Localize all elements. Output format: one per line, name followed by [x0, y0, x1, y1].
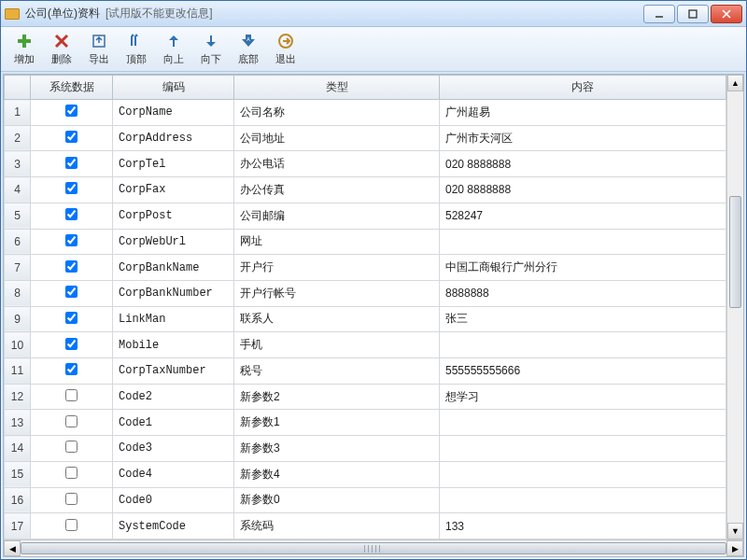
horizontal-scrollbar[interactable]: ◀ ▶ — [4, 539, 743, 556]
cell-type[interactable]: 新参数0 — [234, 487, 440, 513]
cell-type[interactable]: 新参数1 — [234, 410, 440, 436]
cell-code[interactable]: CorpFax — [113, 177, 234, 203]
table-row[interactable]: 4CorpFax办公传真020 8888888 — [5, 177, 726, 203]
system-checkbox[interactable] — [65, 519, 78, 531]
cell-content[interactable]: 想学习 — [440, 384, 726, 410]
col-header-system[interactable]: 系统数据 — [31, 76, 113, 100]
cell-content[interactable]: 020 8888888 — [440, 151, 726, 177]
horizontal-scroll-thumb[interactable] — [21, 542, 726, 554]
system-checkbox[interactable] — [65, 493, 78, 505]
cell-code[interactable]: Mobile — [113, 332, 234, 358]
system-checkbox[interactable] — [65, 363, 78, 375]
tool-export-button[interactable]: 导出 — [81, 30, 117, 68]
cell-type[interactable]: 新参数4 — [234, 461, 440, 487]
cell-type[interactable]: 公司名称 — [234, 100, 440, 126]
system-checkbox[interactable] — [65, 157, 78, 169]
tool-top-button[interactable]: 顶部 — [119, 30, 154, 68]
system-checkbox[interactable] — [65, 234, 78, 246]
tool-up-button[interactable]: 向上 — [156, 30, 191, 68]
tool-plus-button[interactable]: 增加 — [7, 30, 42, 68]
cell-code[interactable]: Code3 — [113, 436, 234, 462]
system-checkbox[interactable] — [65, 131, 78, 143]
close-button[interactable] — [711, 5, 742, 23]
table-row[interactable]: 7CorpBankName开户行中国工商银行广州分行 — [5, 255, 726, 281]
table-row[interactable]: 1CorpName公司名称广州超易 — [5, 100, 726, 126]
table-row[interactable]: 8CorpBankNumber开户行帐号8888888 — [5, 280, 726, 306]
table-row[interactable]: 13Code1新参数1 — [5, 410, 726, 436]
cell-content[interactable] — [440, 332, 726, 358]
cell-code[interactable]: Code1 — [113, 410, 234, 436]
cell-content[interactable]: 528247 — [440, 203, 726, 229]
cell-type[interactable]: 税号 — [234, 358, 440, 385]
table-row[interactable]: 10Mobile手机 — [5, 332, 726, 358]
titlebar[interactable]: 公司(单位)资料 [试用版不能更改信息] — [1, 1, 746, 27]
table-row[interactable]: 14Code3新参数3 — [5, 436, 726, 462]
cell-type[interactable]: 公司邮编 — [234, 203, 440, 229]
table-row[interactable]: 12Code2新参数2想学习 — [5, 384, 726, 410]
cell-code[interactable]: CorpName — [113, 100, 234, 126]
cell-code[interactable]: CorpTel — [113, 151, 234, 177]
cell-type[interactable]: 系统码 — [234, 513, 440, 539]
cell-type[interactable]: 手机 — [234, 332, 440, 358]
cell-code[interactable]: CorpWebUrl — [113, 229, 234, 255]
cell-code[interactable]: LinkMan — [113, 306, 234, 332]
col-header-code[interactable]: 编码 — [113, 76, 234, 100]
cell-type[interactable]: 新参数2 — [234, 384, 440, 410]
cell-code[interactable]: SystemCode — [113, 513, 234, 539]
system-checkbox[interactable] — [65, 105, 78, 117]
cell-content[interactable] — [440, 436, 726, 462]
cell-type[interactable]: 网址 — [234, 229, 440, 255]
cell-code[interactable]: CorpPost — [113, 203, 234, 229]
table-row[interactable]: 3CorpTel办公电话020 8888888 — [5, 151, 726, 177]
system-checkbox[interactable] — [65, 441, 78, 453]
cell-content[interactable] — [440, 487, 726, 513]
system-checkbox[interactable] — [65, 415, 78, 427]
cell-code[interactable]: CorpTaxNumber — [113, 358, 234, 385]
system-checkbox[interactable] — [65, 338, 78, 350]
scroll-down-arrow-icon[interactable]: ▼ — [727, 523, 743, 539]
vertical-scroll-thumb[interactable] — [729, 196, 741, 308]
table-row[interactable]: 11CorpTaxNumber税号555555555666 — [5, 358, 726, 385]
cell-code[interactable]: CorpAddress — [113, 125, 234, 151]
col-header-rownum[interactable] — [5, 76, 31, 100]
cell-content[interactable] — [440, 410, 726, 436]
cell-content[interactable]: 133 — [440, 513, 726, 539]
cell-content[interactable]: 555555555666 — [440, 358, 726, 385]
cell-code[interactable]: Code2 — [113, 384, 234, 410]
scroll-right-arrow-icon[interactable]: ▶ — [726, 540, 743, 556]
system-checkbox[interactable] — [65, 260, 78, 273]
cell-content[interactable]: 中国工商银行广州分行 — [440, 255, 726, 281]
cell-content[interactable] — [440, 461, 726, 487]
system-checkbox[interactable] — [65, 389, 78, 401]
table-row[interactable]: 17SystemCode系统码133 — [5, 513, 726, 539]
cell-type[interactable]: 新参数3 — [234, 436, 440, 462]
scroll-up-arrow-icon[interactable]: ▲ — [727, 75, 743, 91]
maximize-button[interactable] — [677, 5, 709, 23]
tool-x-button[interactable]: 删除 — [44, 30, 79, 68]
cell-type[interactable]: 办公传真 — [234, 177, 440, 203]
table-row[interactable]: 6CorpWebUrl网址 — [5, 229, 726, 255]
cell-type[interactable]: 开户行帐号 — [234, 280, 440, 306]
system-checkbox[interactable] — [65, 208, 78, 220]
tool-exit-button[interactable]: 退出 — [268, 30, 303, 68]
tool-down-button[interactable]: 向下 — [193, 30, 229, 68]
minimize-button[interactable] — [643, 5, 675, 23]
system-checkbox[interactable] — [65, 286, 78, 298]
system-checkbox[interactable] — [65, 467, 78, 479]
table-row[interactable]: 2CorpAddress公司地址广州市天河区 — [5, 125, 726, 151]
vertical-scrollbar[interactable]: ▲ ▼ — [726, 75, 743, 539]
cell-content[interactable]: 020 8888888 — [440, 177, 726, 203]
cell-code[interactable]: Code4 — [113, 461, 234, 487]
scroll-left-arrow-icon[interactable]: ◀ — [4, 540, 21, 556]
cell-code[interactable]: CorpBankName — [113, 255, 234, 281]
col-header-content[interactable]: 内容 — [440, 76, 726, 100]
cell-content[interactable] — [440, 229, 726, 255]
table-row[interactable]: 15Code4新参数4 — [5, 461, 726, 487]
system-checkbox[interactable] — [65, 182, 78, 194]
table-row[interactable]: 5CorpPost公司邮编528247 — [5, 203, 726, 229]
system-checkbox[interactable] — [65, 312, 78, 324]
table-row[interactable]: 9LinkMan联系人张三 — [5, 306, 726, 332]
cell-type[interactable]: 开户行 — [234, 255, 440, 281]
tool-bottom-button[interactable]: A底部 — [231, 30, 266, 68]
cell-type[interactable]: 联系人 — [234, 306, 440, 332]
